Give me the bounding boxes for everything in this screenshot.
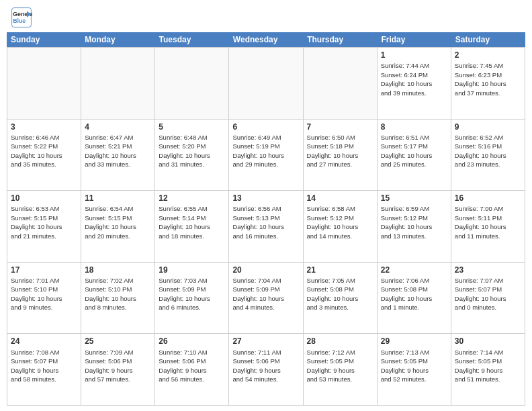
day-cell-12: 12Sunrise: 6:55 AM Sunset: 5:14 PM Dayli…	[155, 191, 229, 262]
day-number: 14	[307, 193, 373, 203]
day-cell-17: 17Sunrise: 7:01 AM Sunset: 5:10 PM Dayli…	[7, 263, 81, 334]
day-cell-16: 16Sunrise: 7:00 AM Sunset: 5:11 PM Dayli…	[451, 191, 525, 262]
day-cell-27: 27Sunrise: 7:11 AM Sunset: 5:06 PM Dayli…	[229, 334, 303, 405]
empty-cell	[155, 48, 229, 119]
day-number: 13	[232, 193, 299, 203]
calendar: SundayMondayTuesdayWednesdayThursdayFrid…	[7, 32, 525, 406]
day-cell-1: 1Sunrise: 7:44 AM Sunset: 6:24 PM Daylig…	[378, 48, 451, 119]
day-info: Sunrise: 7:13 AM Sunset: 5:05 PM Dayligh…	[381, 349, 429, 383]
header-day-sunday: Sunday	[7, 32, 81, 47]
empty-cell	[229, 48, 303, 119]
day-info: Sunrise: 7:00 AM Sunset: 5:11 PM Dayligh…	[455, 205, 506, 240]
day-number: 18	[85, 265, 151, 275]
day-number: 26	[159, 336, 225, 347]
day-number: 7	[307, 122, 373, 132]
day-cell-14: 14Sunrise: 6:58 AM Sunset: 5:12 PM Dayli…	[304, 191, 378, 262]
day-number: 20	[232, 265, 299, 275]
day-number: 10	[11, 193, 77, 203]
day-info: Sunrise: 6:46 AM Sunset: 5:22 PM Dayligh…	[11, 134, 62, 169]
day-info: Sunrise: 6:47 AM Sunset: 5:21 PM Dayligh…	[85, 134, 136, 169]
day-cell-28: 28Sunrise: 7:12 AM Sunset: 5:05 PM Dayli…	[304, 334, 378, 405]
day-number: 2	[455, 50, 521, 60]
day-number: 25	[85, 336, 151, 347]
day-cell-9: 9Sunrise: 6:52 AM Sunset: 5:16 PM Daylig…	[451, 120, 525, 191]
day-number: 12	[159, 193, 225, 203]
day-info: Sunrise: 7:01 AM Sunset: 5:10 PM Dayligh…	[11, 277, 62, 312]
day-cell-23: 23Sunrise: 7:07 AM Sunset: 5:07 PM Dayli…	[451, 263, 525, 334]
day-info: Sunrise: 7:45 AM Sunset: 6:23 PM Dayligh…	[455, 62, 506, 97]
day-cell-11: 11Sunrise: 6:54 AM Sunset: 5:15 PM Dayli…	[81, 191, 155, 262]
day-info: Sunrise: 7:08 AM Sunset: 5:07 PM Dayligh…	[11, 349, 59, 383]
day-number: 30	[455, 336, 521, 347]
day-cell-7: 7Sunrise: 6:50 AM Sunset: 5:18 PM Daylig…	[304, 120, 378, 191]
day-cell-20: 20Sunrise: 7:04 AM Sunset: 5:09 PM Dayli…	[229, 263, 303, 334]
day-info: Sunrise: 7:02 AM Sunset: 5:10 PM Dayligh…	[85, 277, 136, 312]
week-row-3: 10Sunrise: 6:53 AM Sunset: 5:15 PM Dayli…	[7, 191, 525, 263]
day-number: 4	[85, 122, 151, 132]
day-number: 21	[307, 265, 373, 275]
header-day-tuesday: Tuesday	[155, 32, 229, 47]
day-number: 8	[381, 122, 447, 132]
day-info: Sunrise: 7:04 AM Sunset: 5:09 PM Dayligh…	[232, 277, 284, 312]
day-info: Sunrise: 7:09 AM Sunset: 5:06 PM Dayligh…	[85, 349, 133, 383]
day-cell-8: 8Sunrise: 6:51 AM Sunset: 5:17 PM Daylig…	[378, 120, 451, 191]
day-cell-5: 5Sunrise: 6:48 AM Sunset: 5:20 PM Daylig…	[155, 120, 229, 191]
day-info: Sunrise: 7:14 AM Sunset: 5:05 PM Dayligh…	[455, 349, 503, 383]
header-day-thursday: Thursday	[303, 32, 377, 47]
day-cell-2: 2Sunrise: 7:45 AM Sunset: 6:23 PM Daylig…	[451, 48, 525, 119]
day-info: Sunrise: 6:55 AM Sunset: 5:14 PM Dayligh…	[159, 205, 210, 240]
day-cell-29: 29Sunrise: 7:13 AM Sunset: 5:05 PM Dayli…	[378, 334, 451, 405]
day-info: Sunrise: 7:12 AM Sunset: 5:05 PM Dayligh…	[307, 349, 355, 383]
header: General Blue	[0, 0, 532, 32]
day-number: 28	[307, 336, 373, 347]
day-cell-30: 30Sunrise: 7:14 AM Sunset: 5:05 PM Dayli…	[451, 334, 525, 405]
header-day-wednesday: Wednesday	[229, 32, 303, 47]
day-number: 9	[455, 122, 521, 132]
day-number: 27	[232, 336, 299, 347]
week-row-5: 24Sunrise: 7:08 AM Sunset: 5:07 PM Dayli…	[7, 334, 525, 406]
day-cell-21: 21Sunrise: 7:05 AM Sunset: 5:08 PM Dayli…	[304, 263, 378, 334]
logo-icon: General Blue	[11, 7, 32, 28]
calendar-header: SundayMondayTuesdayWednesdayThursdayFrid…	[7, 32, 525, 47]
header-day-monday: Monday	[81, 32, 154, 47]
empty-cell	[7, 48, 81, 119]
day-info: Sunrise: 7:03 AM Sunset: 5:09 PM Dayligh…	[159, 277, 210, 312]
day-info: Sunrise: 6:52 AM Sunset: 5:16 PM Dayligh…	[455, 134, 506, 169]
day-cell-24: 24Sunrise: 7:08 AM Sunset: 5:07 PM Dayli…	[7, 334, 81, 405]
day-number: 16	[455, 193, 521, 203]
header-day-friday: Friday	[377, 32, 451, 47]
header-day-saturday: Saturday	[451, 32, 525, 47]
day-info: Sunrise: 6:53 AM Sunset: 5:15 PM Dayligh…	[11, 205, 62, 240]
day-number: 15	[381, 193, 447, 203]
svg-text:Blue: Blue	[13, 17, 26, 24]
day-cell-4: 4Sunrise: 6:47 AM Sunset: 5:21 PM Daylig…	[81, 120, 155, 191]
day-cell-19: 19Sunrise: 7:03 AM Sunset: 5:09 PM Dayli…	[155, 263, 229, 334]
day-number: 19	[159, 265, 225, 275]
day-number: 24	[11, 336, 77, 347]
day-info: Sunrise: 7:11 AM Sunset: 5:06 PM Dayligh…	[232, 349, 281, 383]
page: General Blue SundayMondayTuesdayWednesda…	[0, 0, 532, 411]
day-info: Sunrise: 7:44 AM Sunset: 6:24 PM Dayligh…	[381, 62, 433, 97]
day-number: 1	[381, 50, 447, 60]
day-number: 29	[381, 336, 447, 347]
day-cell-18: 18Sunrise: 7:02 AM Sunset: 5:10 PM Dayli…	[81, 263, 155, 334]
day-info: Sunrise: 7:07 AM Sunset: 5:07 PM Dayligh…	[455, 277, 506, 312]
day-cell-3: 3Sunrise: 6:46 AM Sunset: 5:22 PM Daylig…	[7, 120, 81, 191]
empty-cell	[81, 48, 155, 119]
week-row-1: 1Sunrise: 7:44 AM Sunset: 6:24 PM Daylig…	[7, 48, 525, 120]
day-number: 22	[381, 265, 447, 275]
empty-cell	[304, 48, 378, 119]
week-row-2: 3Sunrise: 6:46 AM Sunset: 5:22 PM Daylig…	[7, 120, 525, 191]
logo: General Blue	[11, 7, 32, 28]
day-number: 23	[455, 265, 521, 275]
day-cell-25: 25Sunrise: 7:09 AM Sunset: 5:06 PM Dayli…	[81, 334, 155, 405]
day-number: 5	[159, 122, 225, 132]
day-info: Sunrise: 7:10 AM Sunset: 5:06 PM Dayligh…	[159, 349, 207, 383]
day-cell-13: 13Sunrise: 6:56 AM Sunset: 5:13 PM Dayli…	[229, 191, 303, 262]
day-number: 17	[11, 265, 77, 275]
day-info: Sunrise: 6:56 AM Sunset: 5:13 PM Dayligh…	[232, 205, 284, 240]
day-cell-26: 26Sunrise: 7:10 AM Sunset: 5:06 PM Dayli…	[155, 334, 229, 405]
day-info: Sunrise: 7:06 AM Sunset: 5:08 PM Dayligh…	[381, 277, 433, 312]
day-info: Sunrise: 6:58 AM Sunset: 5:12 PM Dayligh…	[307, 205, 359, 240]
day-cell-10: 10Sunrise: 6:53 AM Sunset: 5:15 PM Dayli…	[7, 191, 81, 262]
